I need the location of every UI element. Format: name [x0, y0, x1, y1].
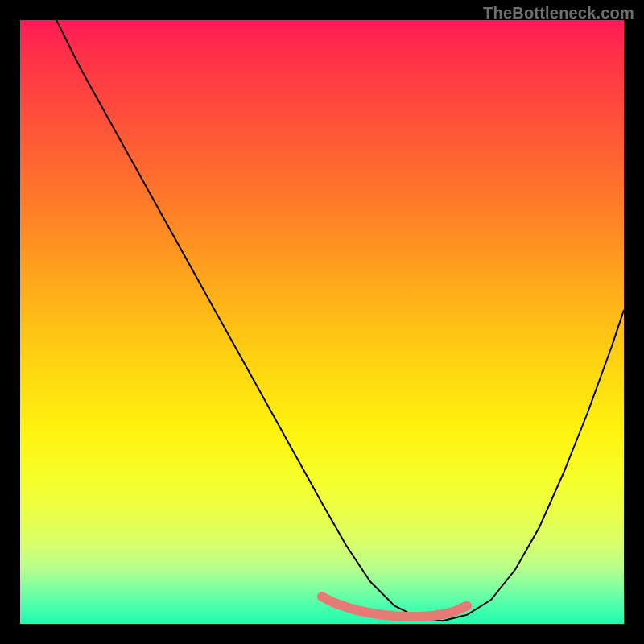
bottleneck-curve [56, 20, 624, 621]
optimal-range [322, 597, 467, 617]
chart-stage: TheBottleneck.com [0, 0, 644, 644]
plot-area [20, 20, 624, 624]
curve-layer [20, 20, 624, 624]
